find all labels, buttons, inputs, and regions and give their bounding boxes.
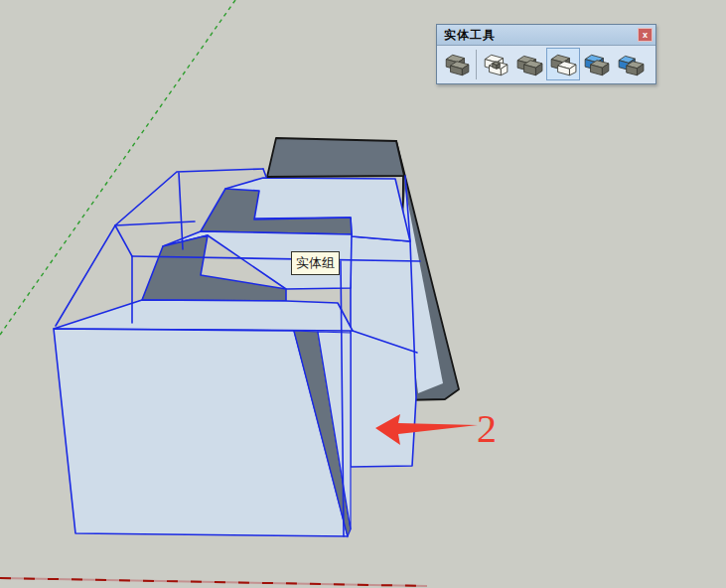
toolbar-body [437,46,655,83]
wireframe-edge [179,173,183,249]
selected-solid-group[interactable] [54,178,416,536]
subtract-icon [549,53,577,76]
outer-shell-button[interactable] [440,48,474,80]
union-icon [515,53,543,76]
wireframe-edge [115,221,195,225]
annotation-number: 2 [477,406,497,451]
tooltip-label: 实体组 [296,254,335,272]
back-solid-top-face[interactable] [267,138,404,177]
close-icon: x [643,30,648,40]
toolbar-title: 实体工具 [444,27,638,44]
solid-tools-toolbar: 实体工具 x [436,24,656,84]
subtract-button[interactable] [546,48,580,80]
wireframe-edge [115,225,132,256]
close-button[interactable]: x [638,28,653,42]
intersect-icon [482,53,509,76]
outer-shell-icon [443,53,471,76]
toolbar-titlebar[interactable]: 实体工具 x [437,25,655,46]
split-button[interactable] [614,48,648,80]
intersect-button[interactable] [479,48,512,80]
split-icon [617,53,645,76]
trim-button[interactable] [580,48,614,80]
wireframe-edge [263,169,266,177]
solid-step1-top[interactable] [54,300,353,331]
union-button[interactable] [512,48,546,80]
solid-group-tooltip: 实体组 [291,251,340,275]
toolbar-separator [476,50,477,79]
trim-icon [583,53,611,76]
sketchup-window: 2 实体组 实体工具 x [0,0,726,588]
viewport-3d[interactable]: 2 [0,0,726,588]
